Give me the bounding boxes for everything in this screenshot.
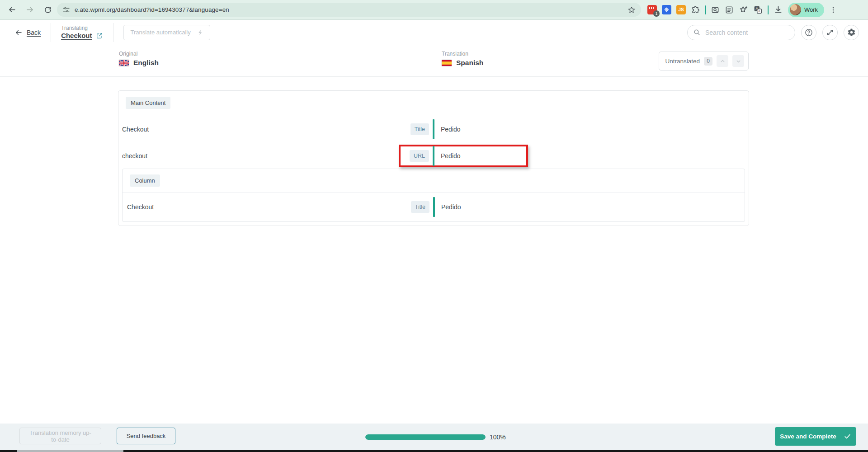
field-type-badge: Title (410, 123, 429, 135)
field-accent-bar (433, 119, 434, 139)
progress-fill (365, 434, 486, 440)
field-type-badge: Title (411, 201, 429, 213)
screen-capture-icon[interactable] (711, 5, 720, 14)
settings-button[interactable] (844, 25, 859, 40)
prev-untranslated-button[interactable] (717, 55, 728, 67)
browser-reload-icon[interactable] (41, 3, 55, 17)
profile-name: Work (804, 6, 818, 13)
document-title-link[interactable]: Checkout (61, 32, 92, 40)
source-text: Checkout (122, 126, 401, 133)
extension-js-icon[interactable]: JS (676, 5, 686, 14)
site-settings-icon[interactable] (62, 6, 70, 14)
source-text: Checkout (127, 203, 401, 211)
content-card: Main Content Checkout Title Pedido check… (118, 90, 749, 226)
browser-menu-kebab-icon[interactable] (829, 6, 837, 14)
svg-text:a: a (759, 9, 760, 13)
column-subsection: Column Checkout Title Pedido (122, 169, 745, 222)
translation-field-title[interactable]: Title Pedido (401, 118, 530, 141)
translate-automatically-button[interactable]: Translate automatically (123, 25, 210, 40)
help-icon (804, 28, 813, 37)
extension-red-icon[interactable]: 1 (647, 5, 657, 14)
expand-icon (826, 28, 834, 37)
fullscreen-button[interactable] (822, 25, 838, 40)
browser-forward-icon[interactable] (23, 3, 37, 17)
toolbar-divider (113, 23, 113, 42)
address-bar[interactable]: e.ate.wpml.org/dashboard?id=169430377&la… (57, 3, 641, 17)
save-label: Save and Complete (780, 433, 836, 440)
section-chip: Main Content (126, 97, 170, 109)
chevron-up-icon (720, 58, 726, 64)
field-accent-bar (433, 197, 435, 217)
translation-memory-status-button: Translation memory up-to-date (19, 428, 101, 444)
spain-flag-icon (442, 60, 452, 66)
translate-automatically-label: Translate automatically (130, 29, 190, 36)
browser-profile-button[interactable]: Work (788, 3, 824, 17)
search-input[interactable] (705, 29, 789, 36)
next-untranslated-button[interactable] (732, 55, 744, 67)
toolbar-separator (705, 5, 706, 14)
translation-label: Translation (442, 51, 483, 57)
extension-badge: 1 (653, 10, 660, 17)
subsection-chip: Column (130, 174, 160, 187)
chevron-down-icon (736, 58, 741, 64)
taskbar-segment (17, 450, 123, 452)
language-header: Original English Translation Spanish Unt… (0, 45, 868, 77)
translate-icon[interactable]: Aa (753, 5, 763, 14)
toolbar-separator (768, 5, 769, 14)
browser-back-icon[interactable] (5, 3, 19, 17)
help-button[interactable] (801, 25, 816, 40)
original-label: Original (119, 51, 159, 57)
untranslated-filter[interactable]: Untranslated 0 (659, 52, 749, 71)
translating-label: Translating (61, 25, 103, 32)
send-feedback-button[interactable]: Send feedback (117, 428, 175, 444)
footer-bar: Translation memory up-to-date Send feedb… (0, 424, 868, 450)
translation-value: Pedido (441, 203, 461, 211)
original-language: English (133, 59, 159, 67)
translation-field-column-title[interactable]: Title Pedido (401, 196, 530, 218)
url-text[interactable]: e.ate.wpml.org/dashboard?id=169430377&la… (75, 6, 627, 13)
translation-field-url-highlighted[interactable]: URL Pedido (399, 145, 528, 167)
gear-icon (847, 28, 856, 37)
taskbar-strip (0, 450, 868, 452)
uk-flag-icon (119, 60, 129, 66)
source-text: checkout (122, 152, 401, 160)
downloads-icon[interactable] (774, 5, 783, 14)
lightning-icon (197, 29, 203, 36)
translation-row-title: Checkout Title Pedido (118, 115, 749, 143)
translation-row-url: checkout URL Pedido (118, 143, 749, 169)
avatar (790, 4, 801, 15)
field-type-badge: URL (410, 150, 429, 162)
reading-list-icon[interactable] (725, 5, 734, 14)
search-icon (693, 28, 701, 36)
progress-bar (365, 434, 486, 440)
filter-label: Untranslated (665, 58, 700, 65)
extension-settings-icon[interactable] (662, 5, 671, 14)
translation-value: Pedido (441, 152, 461, 160)
save-and-complete-button[interactable]: Save and Complete (775, 427, 856, 446)
browser-chrome: e.ate.wpml.org/dashboard?id=169430377&la… (0, 0, 868, 20)
extensions-puzzle-icon[interactable] (691, 5, 700, 14)
external-link-icon[interactable] (96, 32, 103, 39)
app-toolbar: Back Translating Checkout Translate auto… (0, 20, 868, 45)
progress-percent-label: 100% (490, 433, 506, 441)
field-accent-bar (433, 146, 434, 166)
filter-count-badge: 0 (704, 57, 712, 66)
translation-row-column-title: Checkout Title Pedido (123, 193, 745, 221)
translation-language: Spanish (456, 59, 483, 67)
bookmarks-sparkle-icon[interactable] (739, 5, 748, 14)
back-button[interactable]: Back (14, 28, 41, 37)
search-box[interactable] (687, 25, 795, 40)
toolbar-divider (51, 23, 51, 42)
translation-value: Pedido (441, 126, 461, 133)
main-area: Main Content Checkout Title Pedido check… (0, 77, 868, 424)
checkmark-icon (844, 433, 851, 440)
back-label: Back (27, 29, 41, 36)
bookmark-star-icon[interactable] (627, 6, 636, 14)
